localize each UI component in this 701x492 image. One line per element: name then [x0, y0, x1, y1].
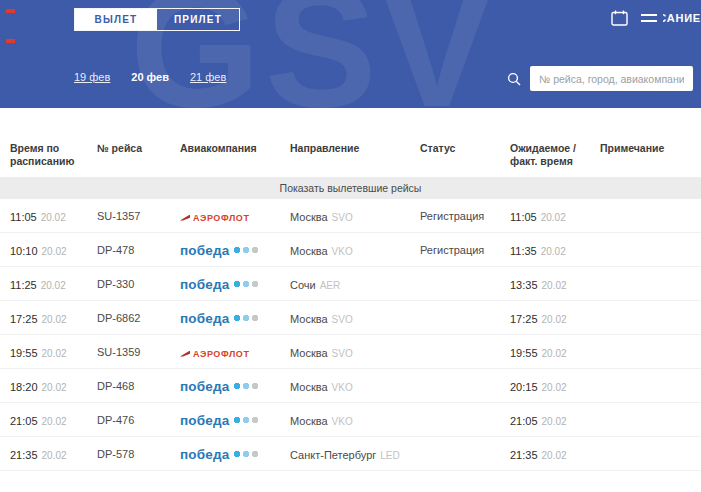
status-cell: Регистрация: [420, 210, 510, 222]
airline-logo: победа: [180, 277, 259, 292]
column-header: Время по расписанию: [10, 142, 97, 168]
scheduled-date: 20.02: [42, 416, 67, 427]
airline-cell: победа: [180, 377, 290, 395]
expected-time: 21:05: [510, 415, 538, 427]
destination-cell: МоскваSVO: [290, 343, 420, 361]
column-header: № рейса: [97, 142, 180, 168]
table-row[interactable]: 19:5520.02 SU-1359 АЭРОФЛОТ МоскваSVO 19…: [0, 335, 701, 369]
destination-city: Москва: [290, 245, 328, 257]
expected-time: 11:05: [510, 211, 537, 223]
date-switcher: 19 фев 20 фев 21 фев: [74, 71, 226, 83]
scheduled-time-cell: 19:5520.02: [10, 343, 97, 361]
airline-logo: АЭРОФЛОТ: [180, 349, 250, 359]
date-link[interactable]: 20 фев: [131, 71, 169, 83]
flight-number: DP-578: [97, 448, 180, 460]
table-row[interactable]: 11:2520.02 DP-330 победа СочиAER 13:3520…: [0, 267, 701, 301]
scheduled-time: 10:10: [10, 245, 38, 257]
show-departed-button[interactable]: Показать вылетевшие рейсы: [0, 177, 701, 199]
expected-date: 20.02: [542, 450, 567, 461]
scheduled-date: 20.02: [42, 348, 67, 359]
scheduled-time: 11:05: [10, 211, 37, 223]
scheduled-date: 20.02: [41, 212, 66, 223]
table-row[interactable]: 21:3520.02 DP-578 победа Санкт-Петербург…: [0, 437, 701, 471]
airline-cell: АЭРОФЛОТ: [180, 343, 290, 361]
expected-time: 17:25: [510, 313, 538, 325]
scheduled-time-cell: 10:1020.02: [10, 241, 97, 259]
expected-time-cell: 20:1520.02: [510, 377, 600, 395]
destination-city: Москва: [290, 313, 328, 325]
scheduled-date: 20.02: [41, 280, 66, 291]
scheduled-time: 11:25: [10, 279, 37, 291]
direction-tab[interactable]: ВЫЛЕТ: [75, 9, 157, 30]
search-icon: [507, 72, 521, 86]
airline-cell: победа: [180, 275, 290, 293]
column-header: Направление: [290, 142, 420, 168]
search-input[interactable]: [530, 66, 693, 91]
red-marker: [6, 9, 15, 13]
table-row[interactable]: 21:0520.02 DP-476 победа МоскваVKO 21:05…: [0, 403, 701, 437]
status-cell: Регистрация: [420, 244, 510, 256]
airline-logo: победа: [180, 447, 259, 462]
direction-tabs: ВЫЛЕТ ПРИЛЕТ: [74, 8, 240, 31]
scheduled-time: 21:05: [10, 415, 38, 427]
airline-logo: победа: [180, 243, 259, 258]
airport-code: LED: [380, 450, 399, 461]
schedule-menu-label[interactable]: РАСПИСАНИЕ: [663, 12, 701, 24]
airport-code: VKO: [332, 416, 353, 427]
scheduled-time-cell: 21:0520.02: [10, 411, 97, 429]
expected-time: 11:35: [510, 245, 537, 257]
airline-cell: АЭРОФЛОТ: [180, 207, 290, 225]
scheduled-time: 19:55: [10, 347, 38, 359]
flight-number: DP-468: [97, 380, 180, 392]
airport-code: AER: [320, 280, 341, 291]
flight-number: DP-478: [97, 244, 180, 256]
expected-date: 20.02: [542, 416, 567, 427]
expected-time-cell: 13:3520.02: [510, 275, 600, 293]
airport-code: SVO: [332, 314, 353, 325]
airline-cell: победа: [180, 241, 290, 259]
airline-logo: победа: [180, 379, 259, 394]
table-row[interactable]: 17:2520.02 DP-6862 победа МоскваSVO 17:2…: [0, 301, 701, 335]
direction-tab[interactable]: ПРИЛЕТ: [157, 9, 239, 30]
scheduled-time: 17:25: [10, 313, 38, 325]
calendar-icon[interactable]: [611, 10, 628, 26]
expected-time-cell: 11:3520.02: [510, 241, 600, 259]
airline-logo: победа: [180, 311, 259, 326]
column-header: Статус: [420, 142, 510, 168]
expected-date: 20.02: [541, 212, 566, 223]
red-marker: [6, 39, 15, 43]
destination-cell: Санкт-ПетербургLED: [290, 445, 420, 463]
airline-logo: АЭРОФЛОТ: [180, 213, 250, 223]
table-row[interactable]: 10:1020.02 DP-478 победа МоскваVKO Регис…: [0, 233, 701, 267]
destination-cell: МоскваVKO: [290, 241, 420, 259]
scheduled-date: 20.02: [42, 450, 67, 461]
flight-number: DP-330: [97, 278, 180, 290]
destination-city: Москва: [290, 381, 328, 393]
expected-date: 20.02: [542, 280, 567, 291]
airport-code: VKO: [332, 382, 353, 393]
flight-number: SU-1357: [97, 210, 180, 222]
flight-number: DP-476: [97, 414, 180, 426]
column-header: Ожидаемое / факт. время: [510, 142, 600, 168]
flights-table-body: 11:0520.02 SU-1357 АЭРОФЛОТ МоскваSVO Ре…: [0, 199, 701, 471]
table-row[interactable]: 18:2020.02 DP-468 победа МоскваVKO 20:15…: [0, 369, 701, 403]
expected-time: 20:15: [510, 381, 538, 393]
expected-time-cell: 21:3520.02: [510, 445, 600, 463]
header-actions: РАСПИСАНИЕ: [611, 10, 701, 26]
destination-cell: МоскваVKO: [290, 377, 420, 395]
expected-date: 20.02: [541, 246, 566, 257]
expected-time: 21:35: [510, 449, 538, 461]
destination-city: Москва: [290, 347, 328, 359]
destination-city: Москва: [290, 211, 328, 223]
airline-cell: победа: [180, 445, 290, 463]
date-link[interactable]: 19 фев: [74, 71, 110, 83]
scheduled-time-cell: 18:2020.02: [10, 377, 97, 395]
date-link[interactable]: 21 фев: [190, 71, 226, 83]
search-bar: [507, 66, 693, 91]
scheduled-date: 20.02: [42, 246, 67, 257]
airport-code: SVO: [332, 348, 353, 359]
destination-cell: МоскваVKO: [290, 411, 420, 429]
column-header: Примечание: [600, 142, 693, 168]
menu-icon[interactable]: [641, 12, 657, 24]
table-row[interactable]: 11:0520.02 SU-1357 АЭРОФЛОТ МоскваSVO Ре…: [0, 199, 701, 233]
